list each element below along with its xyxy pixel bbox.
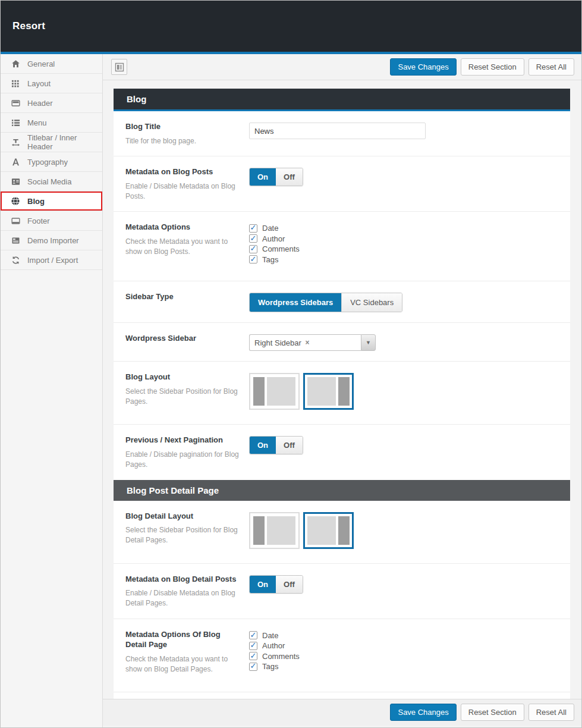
checkbox-date[interactable]: Date — [249, 630, 570, 641]
blog-detail-layout-options — [249, 512, 570, 549]
sidebar-item-general[interactable]: General — [1, 54, 102, 74]
sidebar-item-label: Import / Export — [27, 256, 78, 265]
field-label: Metadata on Blog Posts — [125, 167, 241, 177]
field-label: Blog Detail Layout — [125, 511, 241, 522]
toggle-on-button[interactable]: On — [250, 576, 276, 593]
field-description: Check the Metadata you want to show on B… — [125, 654, 241, 674]
section-header-blog-detail: Blog Post Detail Page — [114, 480, 570, 501]
checkbox-tags[interactable]: Tags — [249, 255, 570, 265]
sidebar-item-label: Header — [27, 99, 53, 108]
sidebar-item-typography[interactable]: Typography — [1, 152, 102, 172]
sidebar-item-label: Blog — [27, 197, 45, 206]
globe-icon — [11, 196, 20, 206]
field-label: Blog Layout — [125, 372, 241, 382]
select-dropdown-button[interactable]: ▼ — [361, 334, 376, 351]
blog-title-input[interactable] — [249, 123, 426, 139]
checkbox-checked-icon — [249, 652, 257, 660]
checkbox-checked-icon — [249, 631, 257, 639]
options-sidebar: General Layout Header — [1, 54, 103, 727]
field-label: Metadata on Blog Detail Posts — [125, 574, 241, 585]
field-description: Select the Sidebar Position for Blog Pag… — [125, 387, 241, 407]
sidebar-item-label: Footer — [27, 216, 50, 225]
checkbox-date[interactable]: Date — [249, 223, 570, 233]
sidebar-item-menu[interactable]: Menu — [1, 113, 102, 133]
save-changes-button-bottom[interactable]: Save Changes — [390, 704, 456, 721]
vc-sidebars-option[interactable]: VC Sidebars — [341, 293, 402, 312]
field-row-comments: Comments Enable / Disable the Comments. … — [114, 692, 570, 699]
field-label: Wordpress Sidebar — [125, 333, 241, 344]
app-title: Resort — [12, 20, 45, 32]
clear-selection-icon[interactable]: × — [304, 338, 357, 347]
home-icon — [11, 59, 20, 68]
sidebar-item-label: General — [27, 59, 55, 68]
wordpress-sidebars-option[interactable]: Wordpress Sidebars — [250, 293, 341, 312]
settings-main: Blog Blog Title Title for the blog page. — [103, 80, 581, 699]
field-label: Sidebar Type — [125, 291, 241, 302]
font-icon — [11, 157, 20, 167]
field-row-pagination: Previous / Next Pagination Enable / Disa… — [114, 425, 570, 479]
sidebar-item-demo-importer[interactable]: Demo Importer — [1, 231, 102, 250]
reset-all-button-bottom[interactable]: Reset All — [528, 704, 574, 721]
section-header-blog: Blog — [114, 89, 570, 111]
sidebar-item-layout[interactable]: Layout — [1, 74, 102, 93]
field-row-metadata-blog-posts: Metadata on Blog Posts Enable / Disable … — [114, 156, 570, 212]
footer-bar-icon — [11, 216, 20, 225]
sidebar-item-label: Menu — [27, 118, 47, 127]
checkbox-comments[interactable]: Comments — [249, 244, 570, 254]
field-label: Previous / Next Pagination — [125, 435, 241, 445]
sidebar-item-header[interactable]: Header — [1, 93, 102, 113]
checkbox-author[interactable]: Author — [249, 234, 570, 244]
top-toolbar: Save Changes Reset Section Reset All — [103, 54, 581, 80]
selected-value: Right Sidebar — [254, 338, 304, 347]
checkbox-checked-icon — [249, 255, 257, 263]
reset-section-button-bottom[interactable]: Reset Section — [461, 704, 524, 721]
toggle-off-button[interactable]: Off — [276, 168, 303, 186]
checkbox-comments[interactable]: Comments — [249, 651, 570, 661]
sidebar-item-blog[interactable]: Blog — [1, 192, 102, 211]
field-label: Metadata Options Of Blog Detail Page — [125, 629, 241, 650]
metadata-blog-posts-toggle: On Off — [249, 168, 303, 186]
sidebar-item-label: Layout — [27, 79, 51, 88]
layout-left-sidebar-option[interactable] — [249, 373, 300, 410]
settings-panel: Blog Title Title for the blog page. Meta… — [114, 111, 570, 480]
select-value-box[interactable]: Right Sidebar × — [249, 334, 361, 351]
toggle-on-button[interactable]: On — [250, 168, 276, 186]
field-row-blog-layout: Blog Layout Select the Sidebar Position … — [114, 362, 570, 425]
field-description: Enable / Disable Metadata on Blog Posts. — [125, 181, 241, 202]
checkbox-author[interactable]: Author — [249, 641, 570, 651]
field-row-wordpress-sidebar: Wordpress Sidebar Right Sidebar × ▼ — [114, 323, 570, 362]
checkbox-checked-icon — [249, 642, 257, 650]
layout-left-sidebar-option[interactable] — [249, 512, 300, 549]
checkbox-checked-icon — [249, 245, 257, 253]
field-label: Metadata Options — [125, 222, 241, 233]
sidebar-item-social-media[interactable]: Social Media — [1, 172, 102, 192]
toggle-off-button[interactable]: Off — [276, 437, 303, 454]
sidebar-type-switcher: Wordpress Sidebars VC Sidebars — [249, 293, 402, 312]
brand-header: Resort — [1, 1, 581, 54]
expand-options-icon — [115, 62, 124, 72]
reset-section-button[interactable]: Reset Section — [461, 58, 524, 76]
sidebar-item-titlebar[interactable]: Titlebar / Inner Header — [1, 133, 102, 152]
reset-all-button[interactable]: Reset All — [528, 58, 574, 76]
expand-options-button[interactable] — [111, 59, 127, 75]
sidebar-item-footer[interactable]: Footer — [1, 211, 102, 231]
top-action-buttons: Save Changes Reset Section Reset All — [390, 58, 574, 76]
bottom-toolbar: Save Changes Reset Section Reset All — [103, 699, 581, 726]
layout-right-sidebar-option-selected[interactable] — [303, 512, 354, 549]
layout-right-sidebar-option-selected[interactable] — [303, 373, 354, 410]
toggle-on-button[interactable]: On — [250, 437, 276, 454]
field-description: Enable / Disable pagination for Blog Pag… — [125, 450, 241, 470]
sidebar-item-import-export[interactable]: Import / Export — [1, 250, 102, 270]
pagination-toggle: On Off — [249, 436, 303, 454]
toggle-off-button[interactable]: Off — [276, 576, 303, 593]
settings-panel-detail: Blog Detail Layout Select the Sidebar Po… — [114, 501, 570, 699]
options-content: Save Changes Reset Section Reset All Blo… — [103, 54, 581, 727]
checkbox-tags[interactable]: Tags — [249, 661, 570, 671]
save-changes-button[interactable]: Save Changes — [390, 58, 456, 76]
checkbox-checked-icon — [249, 663, 257, 671]
theme-options-window: Resort General Layout — [0, 0, 582, 728]
field-description: Check the Metadata you want to show on B… — [125, 237, 241, 257]
wordpress-sidebar-select: Right Sidebar × ▼ — [249, 334, 376, 351]
sidebar-item-label: Demo Importer — [27, 236, 79, 245]
field-description: Title for the blog page. — [125, 136, 241, 146]
